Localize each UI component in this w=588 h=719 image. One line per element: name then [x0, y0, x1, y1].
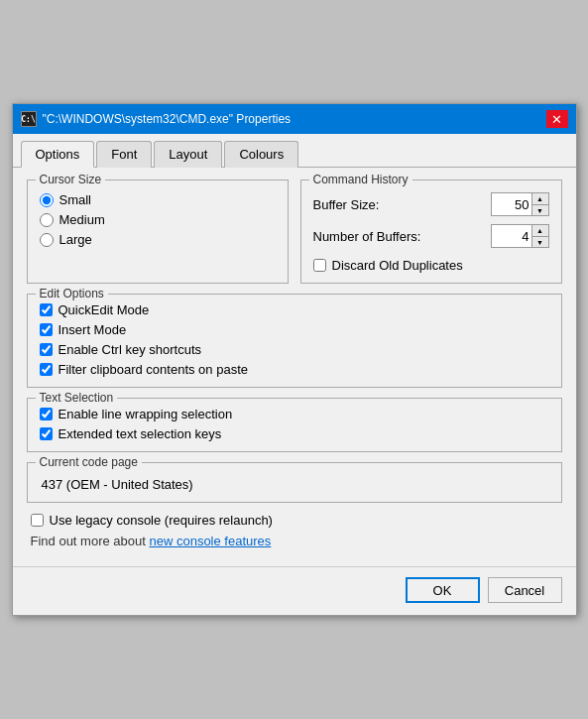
legacy-console-row: Use legacy console (requires relaunch): [31, 513, 558, 528]
edit-options-label: Edit Options: [36, 287, 108, 300]
filter-clipboard-option[interactable]: Filter clipboard contents on paste: [40, 362, 549, 377]
discard-row: Discard Old Duplicates: [313, 258, 549, 273]
tab-content: Cursor Size Small Medium Large: [13, 168, 576, 560]
command-history-group: Command History Buffer Size: ▲ ▼: [300, 180, 562, 284]
line-wrapping-option[interactable]: Enable line wrapping selection: [40, 407, 549, 421]
cursor-medium-radio[interactable]: [40, 213, 54, 227]
code-page-group: Current code page 437 (OEM - United Stat…: [27, 462, 562, 503]
num-buffers-up[interactable]: ▲: [532, 225, 548, 236]
tab-bar: Options Font Layout Colours: [13, 134, 576, 168]
filter-clipboard-label: Filter clipboard contents on paste: [59, 362, 249, 377]
insert-mode-option[interactable]: Insert Mode: [40, 322, 549, 337]
cursor-small-option[interactable]: Small: [40, 192, 276, 207]
cursor-large-option[interactable]: Large: [40, 232, 276, 247]
ok-button[interactable]: OK: [406, 577, 480, 603]
cursor-large-label: Large: [59, 232, 92, 247]
num-buffers-input[interactable]: [492, 225, 531, 247]
tab-layout[interactable]: Layout: [154, 141, 222, 168]
extended-selection-checkbox[interactable]: [40, 427, 53, 440]
quickedit-label: QuickEdit Mode: [59, 302, 150, 317]
cursor-size-radios: Small Medium Large: [40, 192, 276, 247]
cursor-medium-label: Medium: [59, 212, 105, 227]
cursor-large-radio[interactable]: [40, 233, 54, 247]
ctrl-shortcuts-label: Enable Ctrl key shortcuts: [59, 342, 202, 357]
legacy-console-label: Use legacy console (requires relaunch): [50, 513, 273, 528]
bottom-section: Use legacy console (requires relaunch) F…: [27, 513, 562, 548]
find-out-more-prefix: Find out more about: [31, 534, 150, 548]
tab-colours[interactable]: Colours: [224, 141, 298, 168]
num-buffers-row: Number of Buffers: ▲ ▼: [313, 224, 549, 248]
cursor-size-label: Cursor Size: [36, 173, 106, 186]
buffer-size-label: Buffer Size:: [313, 197, 380, 212]
cursor-small-label: Small: [59, 192, 92, 207]
buffer-size-input[interactable]: [492, 193, 531, 215]
insert-mode-label: Insert Mode: [59, 322, 127, 337]
cancel-button[interactable]: Cancel: [488, 577, 562, 603]
buffer-size-spinner-btns: ▲ ▼: [531, 193, 548, 215]
close-button[interactable]: ✕: [546, 110, 568, 128]
insert-mode-checkbox[interactable]: [40, 323, 53, 336]
text-selection-label: Text Selection: [36, 391, 118, 405]
text-selection-group: Text Selection Enable line wrapping sele…: [27, 398, 562, 452]
title-bar-left: C:\ "C:\WINDOWS\system32\CMD.exe" Proper…: [21, 111, 292, 127]
buffer-size-spinner: ▲ ▼: [491, 192, 549, 216]
tab-options[interactable]: Options: [21, 141, 95, 168]
extended-selection-label: Extended text selection keys: [59, 426, 222, 441]
legacy-console-checkbox[interactable]: [31, 514, 44, 527]
top-row: Cursor Size Small Medium Large: [27, 180, 562, 284]
dialog-footer: OK Cancel: [13, 566, 576, 615]
num-buffers-label: Number of Buffers:: [313, 229, 421, 244]
quickedit-checkbox[interactable]: [40, 303, 53, 316]
ctrl-shortcuts-checkbox[interactable]: [40, 343, 53, 356]
title-bar: C:\ "C:\WINDOWS\system32\CMD.exe" Proper…: [13, 104, 576, 134]
quickedit-option[interactable]: QuickEdit Mode: [40, 302, 549, 317]
find-out-more-row: Find out more about new console features: [31, 534, 558, 548]
cursor-small-radio[interactable]: [40, 193, 54, 207]
line-wrapping-label: Enable line wrapping selection: [59, 407, 233, 421]
cmd-icon: C:\: [21, 111, 37, 127]
code-page-group-label: Current code page: [36, 455, 142, 469]
code-page-value: 437 (OEM - United States): [40, 477, 549, 492]
buffer-size-down[interactable]: ▼: [532, 204, 548, 215]
tab-font[interactable]: Font: [96, 141, 152, 168]
num-buffers-down[interactable]: ▼: [532, 236, 548, 247]
cursor-size-group: Cursor Size Small Medium Large: [27, 180, 289, 284]
dialog-window: C:\ "C:\WINDOWS\system32\CMD.exe" Proper…: [12, 103, 577, 616]
command-history-label: Command History: [309, 173, 412, 186]
discard-duplicates-label: Discard Old Duplicates: [332, 258, 463, 273]
filter-clipboard-checkbox[interactable]: [40, 363, 53, 376]
ctrl-shortcuts-option[interactable]: Enable Ctrl key shortcuts: [40, 342, 549, 357]
buffer-size-up[interactable]: ▲: [532, 193, 548, 204]
num-buffers-spinner: ▲ ▼: [491, 224, 549, 248]
discard-duplicates-checkbox[interactable]: [313, 259, 326, 272]
dialog-title: "C:\WINDOWS\system32\CMD.exe" Properties: [43, 112, 292, 126]
cmd-history-fields: Buffer Size: ▲ ▼ Number of Buffers:: [313, 192, 549, 273]
line-wrapping-checkbox[interactable]: [40, 408, 53, 420]
cursor-medium-option[interactable]: Medium: [40, 212, 276, 227]
new-console-features-link[interactable]: new console features: [149, 534, 271, 548]
num-buffers-spinner-btns: ▲ ▼: [531, 225, 548, 247]
edit-options-group: Edit Options QuickEdit Mode Insert Mode …: [27, 294, 562, 388]
extended-selection-option[interactable]: Extended text selection keys: [40, 426, 549, 441]
buffer-size-row: Buffer Size: ▲ ▼: [313, 192, 549, 216]
